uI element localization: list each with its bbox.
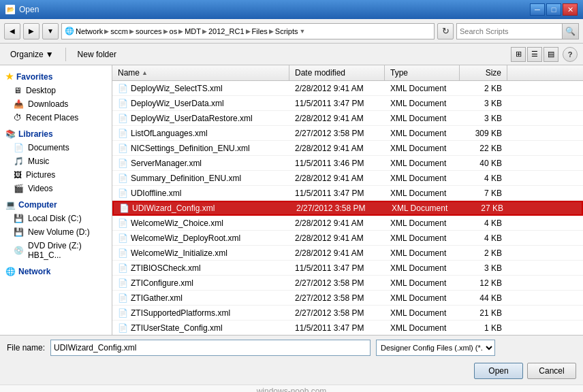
- file-size-cell: 27 KB: [461, 202, 509, 214]
- file-type-cell: XML Document: [385, 127, 460, 140]
- path-sccm: sccm: [110, 27, 128, 35]
- file-list-header: Name ▲ Date modified Type Size: [112, 65, 583, 81]
- local-disk-icon: 💾: [14, 214, 24, 223]
- sidebar-item-documents[interactable]: 📄 Documents: [0, 141, 112, 154]
- col-header-size[interactable]: Size: [460, 65, 507, 80]
- table-row[interactable]: 📄 NICSettings_Definition_ENU.xml 2/28/20…: [112, 141, 583, 156]
- cancel-button[interactable]: Cancel: [527, 363, 576, 379]
- file-date-cell: 2/27/2012 3:58 PM: [289, 127, 385, 140]
- back-button[interactable]: ◀: [4, 23, 20, 39]
- table-row[interactable]: 📄 ZTISupportedPlatforms.xml 2/27/2012 3:…: [112, 306, 583, 321]
- path-2012rc1: 2012_RC1: [208, 27, 245, 35]
- file-type-cell: XML Document: [385, 232, 460, 244]
- file-size-cell: 3 KB: [460, 97, 507, 110]
- open-button[interactable]: Open: [474, 363, 523, 379]
- table-row[interactable]: 📄 ListOfLanguages.xml 2/27/2012 3:58 PM …: [112, 126, 583, 141]
- maximize-button[interactable]: □: [546, 3, 561, 16]
- view-extra-button[interactable]: ⊞: [511, 47, 526, 62]
- xml-icon: 📄: [118, 129, 128, 138]
- sidebar-item-dvd[interactable]: 💿 DVD Drive (Z:) HB1_C...: [0, 239, 112, 262]
- table-row[interactable]: 📄 DeployWiz_UserData.xml 11/5/2011 3:47 …: [112, 96, 583, 111]
- table-row[interactable]: 📄 ZTIConfigure.xml 2/27/2012 3:58 PM XML…: [112, 276, 583, 291]
- organize-button[interactable]: Organize ▼: [5, 47, 59, 62]
- table-row[interactable]: 📄 ZTIGather.xml 2/27/2012 3:58 PM XML Do…: [112, 291, 583, 306]
- file-name-cell: 📄 DeployWiz_SelectTS.xml: [112, 82, 289, 95]
- sidebar-item-desktop[interactable]: 🖥 Desktop: [0, 84, 112, 97]
- file-type-cell: XML Document: [385, 262, 460, 274]
- xml-icon: 📄: [119, 203, 129, 213]
- col-header-type[interactable]: Type: [385, 65, 460, 80]
- libraries-header[interactable]: 📚 Libraries: [0, 127, 112, 141]
- table-row[interactable]: 📄 WelcomeWiz_Initialize.xml 2/28/2012 9:…: [112, 246, 583, 261]
- new-folder-button[interactable]: New folder: [73, 47, 121, 62]
- computer-header[interactable]: 💻 Computer: [0, 198, 112, 212]
- path-network: 🌐 Network: [65, 27, 103, 35]
- table-row[interactable]: 📄 DeployWiz_SelectTS.xml 2/28/2012 9:41 …: [112, 81, 583, 96]
- table-row[interactable]: 📄 ServerManager.xml 11/5/2011 3:46 PM XM…: [112, 156, 583, 171]
- file-name: WelcomeWiz_DeployRoot.xml: [131, 233, 240, 243]
- table-row[interactable]: 📄 ZTIBIOSCheck.xml 11/5/2011 3:47 PM XML…: [112, 261, 583, 276]
- sidebar-item-new-volume[interactable]: 💾 New Volume (D:): [0, 225, 112, 239]
- filename-input[interactable]: [50, 340, 371, 356]
- col-header-date[interactable]: Date modified: [289, 65, 385, 80]
- file-type-cell: XML Document: [385, 277, 460, 289]
- pictures-icon: 🖼: [14, 170, 22, 180]
- file-date-cell: 2/28/2012 9:41 AM: [289, 247, 385, 259]
- file-name: NICSettings_Definition_ENU.xml: [131, 144, 250, 153]
- file-date-cell: 11/5/2011 3:47 PM: [289, 187, 385, 199]
- sidebar-item-local-disk[interactable]: 💾 Local Disk (C:): [0, 212, 112, 225]
- help-button[interactable]: ?: [563, 47, 578, 62]
- file-type-cell: XML Document: [385, 322, 460, 334]
- xml-icon: 📄: [118, 144, 128, 153]
- file-name-cell: 📄 ZTIBIOSCheck.xml: [112, 262, 289, 274]
- search-input[interactable]: [457, 24, 562, 39]
- view-detail-button[interactable]: ▤: [543, 47, 558, 62]
- network-icon: 🌐: [65, 27, 74, 35]
- table-row[interactable]: 📄 DeployWiz_UserDataRestore.xml 2/28/201…: [112, 111, 583, 126]
- file-name: DeployWiz_UserDataRestore.xml: [131, 114, 253, 123]
- file-type-cell: XML Document: [385, 157, 460, 169]
- file-date-cell: 2/28/2012 9:41 AM: [289, 112, 385, 125]
- table-row[interactable]: 📄 ZTIUserState_Config.xml 11/5/2011 3:47…: [112, 321, 583, 335]
- address-path[interactable]: 🌐 Network ▶ sccm ▶ sources ▶ os ▶ MDT ▶ …: [61, 23, 435, 39]
- table-row[interactable]: 📄 WelcomeWiz_DeployRoot.xml 2/28/2012 9:…: [112, 231, 583, 246]
- file-date-cell: 11/5/2011 3:47 PM: [289, 262, 385, 274]
- table-row[interactable]: 📄 WelcomeWiz_Choice.xml 2/28/2012 9:41 A…: [112, 216, 583, 231]
- table-row[interactable]: 📄 Summary_Definition_ENU.xml 2/28/2012 9…: [112, 171, 583, 186]
- sidebar-item-videos[interactable]: 🎬 Videos: [0, 182, 112, 195]
- filetype-select[interactable]: Designer Config Files (.xml) (*.: [376, 340, 495, 356]
- network-sidebar-icon: 🌐: [5, 267, 16, 276]
- refresh-button[interactable]: ↻: [437, 23, 454, 39]
- table-row[interactable]: 📄 UDIWizard_Config.xml 2/27/2012 3:58 PM…: [112, 201, 583, 216]
- close-button[interactable]: ✕: [563, 3, 578, 16]
- libraries-icon: 📚: [5, 129, 16, 139]
- sidebar-item-downloads[interactable]: 📥 Downloads: [0, 97, 112, 111]
- forward-button[interactable]: ▶: [23, 23, 40, 39]
- xml-icon: 📄: [118, 323, 128, 333]
- file-size-cell: 22 KB: [460, 142, 507, 154]
- organize-arrow-icon: ▼: [46, 50, 54, 59]
- network-header[interactable]: 🌐 Network: [0, 265, 112, 278]
- view-buttons: ⊞ ☰ ▤ ?: [511, 47, 578, 62]
- col-header-name[interactable]: Name ▲: [112, 65, 289, 80]
- search-icon[interactable]: 🔍: [562, 24, 578, 39]
- filename-label: File name:: [7, 343, 45, 353]
- favorites-header[interactable]: ★ Favorites: [0, 69, 112, 84]
- file-name: DeployWiz_UserData.xml: [131, 99, 224, 108]
- file-name: ZTISupportedPlatforms.xml: [131, 308, 230, 318]
- file-name-cell: 📄 ZTISupportedPlatforms.xml: [112, 307, 289, 319]
- sidebar-item-recent[interactable]: ⏱ Recent Places: [0, 111, 112, 125]
- address-bar: ◀ ▶ ▼ 🌐 Network ▶ sccm ▶ sources ▶ os ▶ …: [0, 19, 583, 44]
- minimize-button[interactable]: ─: [530, 3, 545, 16]
- file-type-cell: XML Document: [385, 247, 460, 259]
- sidebar-item-music[interactable]: 🎵 Music: [0, 154, 112, 168]
- view-list-button[interactable]: ☰: [527, 47, 542, 62]
- up-button[interactable]: ▼: [42, 23, 59, 39]
- table-row[interactable]: 📄 UDIoffline.xml 11/5/2011 3:47 PM XML D…: [112, 186, 583, 201]
- file-type-cell: XML Document: [385, 172, 460, 184]
- toolbar-separator: [65, 48, 66, 61]
- file-date-cell: 2/27/2012 3:58 PM: [289, 307, 385, 319]
- sidebar-item-pictures[interactable]: 🖼 Pictures: [0, 168, 112, 182]
- buttons-row: Open Cancel: [0, 360, 583, 385]
- window-icon: 📂: [5, 5, 15, 14]
